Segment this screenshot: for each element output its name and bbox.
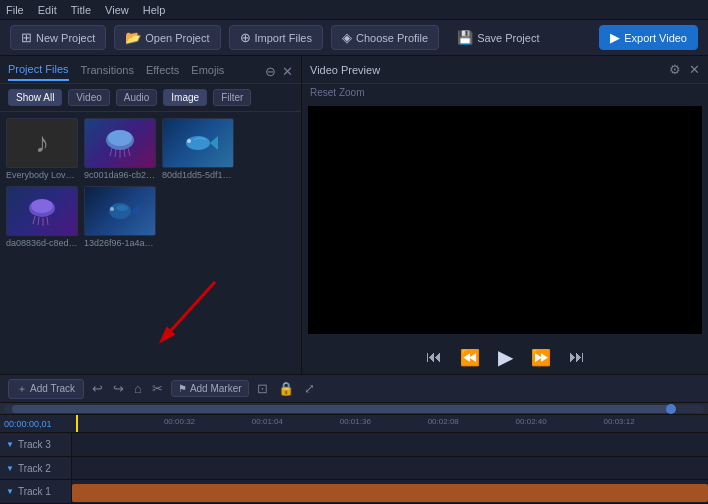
drag-arrow-icon	[155, 272, 235, 352]
fast-forward-button[interactable]: ⏩	[527, 346, 555, 369]
timeline-scrollbar[interactable]	[0, 403, 708, 415]
menu-file[interactable]: File	[6, 4, 24, 16]
fish-preview-icon	[178, 128, 218, 158]
svg-point-19	[116, 205, 128, 211]
undo-button[interactable]: ↩	[90, 379, 105, 398]
open-project-icon: 📂	[125, 30, 141, 45]
svg-line-12	[33, 216, 35, 224]
list-item[interactable]: 13d26f96-1a4a-4...	[84, 186, 156, 248]
export-video-button[interactable]: ▶ Export Video	[599, 25, 698, 50]
redo-button[interactable]: ↪	[111, 379, 126, 398]
panel-search-icon[interactable]: ⊖	[265, 64, 276, 79]
table-row: ▼ Track 1	[0, 480, 708, 504]
timeline-tracks: ▼ Track 3 ▼ Track 2 ▼ Track 1	[0, 433, 708, 504]
left-panel: Project Files Transitions Effects Emojis…	[0, 56, 302, 374]
menu-title[interactable]: Title	[71, 4, 91, 16]
svg-point-11	[31, 199, 53, 213]
ruler-mark: 00:00:32	[164, 417, 195, 426]
list-item[interactable]: 9c001da96-cb27-...	[84, 118, 156, 180]
ruler-mark: 00:02:40	[516, 417, 547, 426]
ruler-mark: 00:01:04	[252, 417, 283, 426]
table-row: ▼ Track 2	[0, 457, 708, 481]
import-files-button[interactable]: ⊕ Import Files	[229, 25, 323, 50]
right-panel: Video Preview ⚙ ✕ Reset Zoom ⏮ ⏪ ▶ ⏩ ⏭	[302, 56, 708, 374]
home-button[interactable]: ⌂	[132, 379, 144, 398]
choose-profile-button[interactable]: ◈ Choose Profile	[331, 25, 439, 50]
tab-transitions[interactable]: Transitions	[81, 64, 134, 80]
panel-tabs: Project Files Transitions Effects Emojis…	[0, 56, 301, 84]
open-project-button[interactable]: 📂 Open Project	[114, 25, 220, 50]
svg-point-9	[187, 139, 191, 143]
filter-video[interactable]: Video	[68, 89, 109, 106]
tab-effects[interactable]: Effects	[146, 64, 179, 80]
ruler-mark: 00:01:36	[340, 417, 371, 426]
save-icon: 💾	[457, 30, 473, 45]
filter-all[interactable]: Show All	[8, 89, 62, 106]
menu-help[interactable]: Help	[143, 4, 166, 16]
snap-button[interactable]: ⊡	[255, 379, 270, 398]
scrollbar-track[interactable]	[4, 405, 704, 413]
tab-emojis[interactable]: Emojis	[191, 64, 224, 80]
scrollbar-thumb[interactable]	[12, 405, 674, 413]
svg-line-5	[124, 149, 125, 157]
preview-close-icon[interactable]: ✕	[689, 62, 700, 77]
timecode-row: 00:00:00,01 00:00:32 00:01:04 00:01:36 0…	[0, 415, 708, 433]
lock-button[interactable]: 🔒	[276, 379, 296, 398]
scrollbar-dot	[666, 404, 676, 414]
cut-button[interactable]: ✂	[150, 379, 165, 398]
panel-close-icon[interactable]: ✕	[282, 64, 293, 79]
timecode-ruler: 00:00:32 00:01:04 00:01:36 00:02:08 00:0…	[76, 415, 704, 432]
save-project-button[interactable]: 💾 Save Project	[447, 26, 549, 49]
chevron-down-icon: ▼	[6, 464, 14, 473]
list-item[interactable]: da08836d-c8ed-4...	[6, 186, 78, 248]
video-preview-area	[308, 106, 702, 334]
menu-view[interactable]: View	[105, 4, 129, 16]
add-marker-button[interactable]: ⚑ Add Marker	[171, 380, 249, 397]
play-pause-button[interactable]: ▶	[494, 343, 517, 371]
file-label: 13d26f96-1a4a-4...	[84, 238, 156, 248]
filter-audio[interactable]: Audio	[116, 89, 158, 106]
list-item[interactable]: ♪ Everybody Loves ...	[6, 118, 78, 180]
arrow-indicator	[155, 272, 235, 354]
filter-image[interactable]: Image	[163, 89, 207, 106]
svg-marker-17	[131, 205, 139, 217]
menu-bar: File Edit Title View Help	[0, 0, 708, 20]
file-label: Everybody Loves ...	[6, 170, 78, 180]
track-clip[interactable]	[72, 484, 708, 502]
import-files-icon: ⊕	[240, 30, 251, 45]
jellyfish2-preview-icon	[22, 196, 62, 226]
choose-profile-icon: ◈	[342, 30, 352, 45]
preview-title: Video Preview	[310, 64, 380, 76]
chevron-down-icon: ▼	[6, 487, 14, 496]
file-thumbnail	[6, 186, 78, 236]
list-item[interactable]: 80dd1dd5-5df1-4...	[162, 118, 234, 180]
main-content: Project Files Transitions Effects Emojis…	[0, 56, 708, 374]
rewind-button[interactable]: ⏪	[456, 346, 484, 369]
track-3-content[interactable]	[72, 433, 708, 456]
new-project-button[interactable]: ⊞ New Project	[10, 25, 106, 50]
svg-line-21	[165, 282, 215, 337]
file-thumbnail	[162, 118, 234, 168]
panel-header-icons: ⊖ ✕	[265, 64, 293, 79]
tab-project-files[interactable]: Project Files	[8, 63, 69, 81]
skip-to-end-button[interactable]: ⏭	[565, 346, 589, 368]
reset-zoom-button[interactable]: Reset Zoom	[310, 87, 364, 98]
fullscreen-button[interactable]: ⤢	[302, 379, 317, 398]
jellyfish-preview-icon	[100, 128, 140, 158]
track-2-content[interactable]	[72, 457, 708, 480]
new-project-icon: ⊞	[21, 30, 32, 45]
fish2-preview-icon	[100, 196, 140, 226]
marker-icon: ⚑	[178, 383, 187, 394]
svg-line-2	[110, 148, 112, 156]
track-1-content[interactable]	[72, 480, 708, 503]
file-thumbnail: ♪	[6, 118, 78, 168]
track-1-label: ▼ Track 1	[0, 480, 72, 503]
file-grid: ♪ Everybody Loves ... 9	[0, 112, 301, 374]
preview-header: Video Preview ⚙ ✕	[302, 56, 708, 84]
preview-settings-icon[interactable]: ⚙	[669, 62, 681, 77]
skip-to-start-button[interactable]: ⏮	[422, 346, 446, 368]
add-track-button[interactable]: ＋ Add Track	[8, 379, 84, 399]
filter-filter[interactable]: Filter	[213, 89, 251, 106]
track-3-label: ▼ Track 3	[0, 433, 72, 456]
menu-edit[interactable]: Edit	[38, 4, 57, 16]
